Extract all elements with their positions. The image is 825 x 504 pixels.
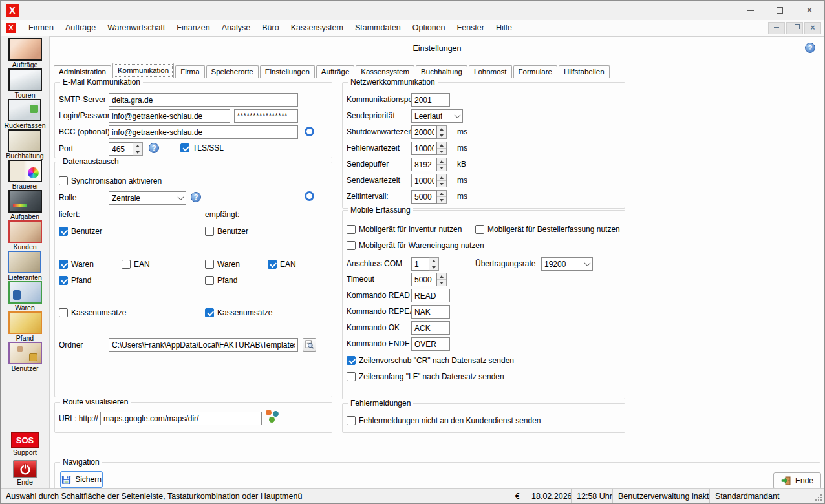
sidebar-item-waren[interactable]: Waren: [8, 281, 42, 311]
url-input[interactable]: [100, 412, 262, 425]
sidebar-item-kunden[interactable]: Kunden: [8, 220, 42, 251]
spin-up-button[interactable]: [437, 191, 446, 196]
kommando-ok-input[interactable]: [411, 321, 450, 335]
timeout-input[interactable]: [411, 273, 437, 286]
help-icon[interactable]: ?: [149, 143, 159, 153]
mdi-close-button[interactable]: ×: [804, 22, 821, 34]
spin-down-button[interactable]: [437, 180, 446, 187]
menu-stammdaten[interactable]: Stammdaten: [349, 20, 407, 36]
sidebar-item-brauerei[interactable]: Brauerei: [8, 160, 42, 190]
spin-down-button[interactable]: [437, 132, 446, 138]
smtp-input[interactable]: [109, 93, 298, 107]
menu-auftraege[interactable]: Aufträge: [59, 20, 102, 36]
sidebar-item-rueckerfassen[interactable]: Rückerfassen: [4, 99, 45, 129]
menu-buero[interactable]: Büro: [256, 20, 284, 36]
menu-kassensystem[interactable]: Kassensystem: [285, 20, 349, 36]
kommunikationsport-input[interactable]: [411, 93, 450, 107]
window-minimize-button[interactable]: [735, 1, 765, 20]
tab-speicherorte[interactable]: Speicherorte: [206, 65, 259, 78]
fehlerwartezeit-input[interactable]: [411, 142, 437, 155]
browse-folder-button[interactable]: [303, 338, 316, 352]
mdi-restore-button[interactable]: [786, 22, 803, 34]
liefert-benutzer-checkbox[interactable]: Benutzer: [59, 226, 102, 236]
wareneingang-checkbox[interactable]: Mobilgerät für Wareneingang nutzen: [347, 240, 484, 251]
sendewartezeit-input[interactable]: [411, 174, 437, 187]
ordner-input[interactable]: [109, 338, 298, 352]
fehlermeldungen-checkbox[interactable]: Fehlermeldungen nicht an den Kundendiens…: [347, 415, 541, 426]
spin-down-button[interactable]: [437, 196, 446, 203]
sidebar-item-buchhaltung[interactable]: Buchhaltung: [6, 129, 43, 160]
window-close-button[interactable]: ×: [795, 1, 824, 20]
inventur-checkbox[interactable]: Mobilgerät für Inventur nutzen: [347, 224, 462, 235]
anschluss-com-input[interactable]: [411, 257, 429, 271]
sidebar-item-lieferanten[interactable]: Lieferanten: [8, 251, 42, 281]
sidebar-item-ende[interactable]: Ende: [13, 460, 38, 486]
sichern-button[interactable]: Sichern: [60, 471, 103, 488]
menu-optionen[interactable]: Optionen: [407, 20, 451, 36]
sidebar-item-pfand[interactable]: Pfand: [8, 311, 42, 342]
tab-administration[interactable]: Administration: [54, 65, 111, 78]
empfaengt-pfand-checkbox[interactable]: Pfand: [205, 275, 237, 286]
tab-kommunikation[interactable]: Kommunikation: [112, 63, 174, 78]
password-input[interactable]: [234, 109, 298, 123]
zeitintervall-input[interactable]: [411, 190, 437, 204]
cr-checkbox[interactable]: Zeilenvorschub "CR" nach Datensatz sende…: [347, 355, 514, 366]
liefert-kassenumsaetze-checkbox[interactable]: Kassenumsätze: [59, 308, 126, 318]
sidebar-item-touren[interactable]: Touren: [8, 68, 42, 99]
menu-finanzen[interactable]: Finanzen: [171, 20, 215, 36]
help-icon[interactable]: ?: [805, 43, 815, 53]
empfaengt-ean-checkbox[interactable]: EAN: [268, 259, 296, 269]
spin-up-button[interactable]: [429, 258, 438, 264]
rolle-select[interactable]: Zentrale: [109, 191, 186, 205]
spin-up-button[interactable]: [437, 126, 446, 132]
lf-checkbox[interactable]: Zeilenanfang "LF" nach Datensatz senden: [347, 372, 504, 382]
port-input[interactable]: [109, 142, 133, 156]
liefert-pfand-checkbox[interactable]: Pfand: [59, 275, 91, 286]
window-maximize-button[interactable]: [765, 1, 795, 20]
sidebar-item-auftraege[interactable]: Aufträge: [8, 38, 42, 68]
mdi-minimize-button[interactable]: [768, 22, 785, 34]
sidebar-item-aufgaben[interactable]: Aufgaben: [8, 190, 42, 220]
tls-checkbox[interactable]: TLS/SSL: [180, 143, 224, 153]
empfaengt-benutzer-checkbox[interactable]: Benutzer: [205, 226, 248, 236]
tab-lohnmost[interactable]: Lohnmost: [469, 65, 512, 78]
spin-up-button[interactable]: [437, 158, 446, 164]
sendepuffer-input[interactable]: [411, 158, 437, 171]
bestellerfassung-checkbox[interactable]: Mobilgerät für Bestellerfassung nutzen: [475, 224, 620, 235]
empfaengt-kassenumsaetze-checkbox[interactable]: Kassenumsätze: [205, 308, 272, 318]
login-input[interactable]: [109, 109, 230, 123]
spin-up-button[interactable]: [437, 174, 446, 180]
tab-kassensystem[interactable]: Kassensystem: [356, 65, 414, 78]
menu-hilfe[interactable]: Hilfe: [490, 20, 518, 36]
spin-down-button[interactable]: [437, 279, 446, 286]
sidebar-item-benutzer[interactable]: Benutzer: [8, 342, 42, 372]
bcc-input[interactable]: [109, 125, 298, 139]
spin-up-button[interactable]: [437, 273, 446, 279]
menu-fenster[interactable]: Fenster: [451, 20, 490, 36]
spin-down-button[interactable]: [437, 148, 446, 154]
uebertragungsrate-select[interactable]: 19200: [541, 257, 593, 271]
menu-analyse[interactable]: Analyse: [216, 20, 256, 36]
tab-buchhaltung[interactable]: Buchhaltung: [416, 65, 467, 78]
spin-down-button[interactable]: [437, 164, 446, 171]
spin-up-button[interactable]: [437, 142, 446, 148]
help-icon[interactable]: ?: [191, 192, 201, 202]
ende-button[interactable]: Ende: [773, 472, 821, 489]
liefert-waren-checkbox[interactable]: Waren: [59, 259, 94, 269]
kommando-repeat-input[interactable]: [411, 305, 450, 319]
tab-auftraege[interactable]: Aufträge: [316, 65, 354, 78]
kommando-ende-input[interactable]: [411, 337, 450, 351]
liefert-ean-checkbox[interactable]: EAN: [122, 259, 150, 269]
empfaengt-waren-checkbox[interactable]: Waren: [205, 259, 240, 269]
tab-firma[interactable]: Firma: [175, 65, 204, 78]
menu-firmen[interactable]: Firmen: [23, 20, 59, 36]
tab-formulare[interactable]: Formulare: [513, 65, 557, 78]
resize-grip[interactable]: [820, 499, 822, 501]
sync-checkbox[interactable]: Synchronisation aktivieren: [59, 176, 162, 186]
shutdownwartezeit-input[interactable]: [411, 125, 437, 139]
tab-hilfstabellen[interactable]: Hilfstabellen: [559, 65, 610, 78]
spin-down-button[interactable]: [429, 264, 438, 270]
spin-up-button[interactable]: [133, 143, 142, 149]
sidebar-item-support[interactable]: SOS Support: [11, 432, 39, 456]
menu-warenwirtschaft[interactable]: Warenwirtschaft: [102, 20, 171, 36]
